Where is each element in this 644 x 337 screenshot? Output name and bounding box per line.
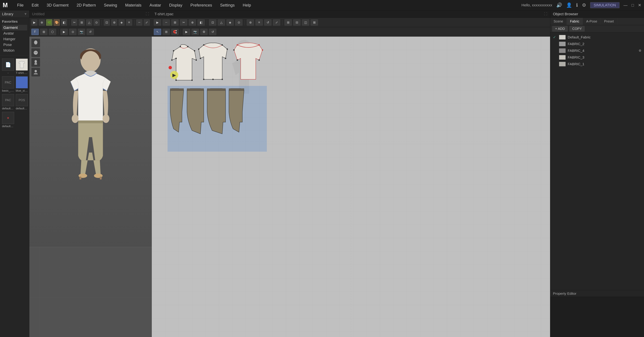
menu-display[interactable]: Display	[168, 2, 184, 8]
list-item[interactable]: 📄 -	[2, 58, 14, 75]
menu-sewing[interactable]: Sewing	[102, 2, 118, 8]
pt-btn-15[interactable]: ⊞	[284, 19, 292, 26]
menu-help[interactable]: Help	[241, 2, 252, 8]
pt-settings-btn[interactable]: ⚙	[200, 29, 208, 35]
window-close-icon[interactable]: ✕	[638, 3, 641, 8]
list-item[interactable]: PAC basic_...zpac	[2, 76, 14, 92]
tool-select[interactable]: ▶	[31, 19, 38, 26]
pt-btn-13[interactable]: ↺	[264, 19, 272, 26]
vp-icon-head[interactable]	[31, 38, 40, 47]
tool-btn-8[interactable]: △	[86, 19, 92, 26]
window-maximize-icon[interactable]: □	[632, 3, 634, 8]
tool-btn-5[interactable]: ◧	[61, 19, 67, 26]
library-dropdown-icon[interactable]: ▼	[24, 12, 27, 16]
tool-btn-6[interactable]: ✂	[71, 19, 77, 26]
list-item[interactable]: PAC default.pac	[2, 94, 14, 110]
settings-icon[interactable]: ⚙	[582, 2, 586, 8]
tool-record[interactable]: ⊙	[69, 29, 76, 35]
pattern-toolbar2: ↖ ⊞ 🧲 ▶ 📷 ⚙ ↺	[152, 27, 550, 36]
menu-edit[interactable]: Edit	[30, 2, 40, 8]
tool-btn-3[interactable]: 🌿	[46, 19, 52, 26]
pt-btn-9[interactable]: ◈	[226, 19, 234, 26]
window-minimize-icon[interactable]: —	[624, 3, 628, 8]
pt-play-btn[interactable]: ▶	[183, 29, 190, 35]
fabric-item-4[interactable]: ✓ FABRIC_4 ⚙	[550, 47, 644, 54]
fabric-item-1[interactable]: ✓ FABRIC_1	[550, 61, 644, 68]
sidebar-item-pose[interactable]: Pose	[2, 42, 27, 48]
tool-btn-14[interactable]: ↔	[136, 19, 142, 26]
info-icon[interactable]: ℹ	[576, 2, 578, 8]
pt-grid-btn[interactable]: ⊞	[162, 29, 170, 35]
pt-btn-16[interactable]: ⊟	[293, 19, 300, 26]
pattern-expand-icon[interactable]: ⛶	[544, 12, 548, 16]
list-item[interactable]: POS default.pos	[16, 94, 28, 110]
pt-btn-4[interactable]: ✂	[180, 19, 187, 26]
menu-file[interactable]: File	[16, 2, 25, 8]
list-item[interactable]: T-shirt.zpac	[16, 58, 28, 75]
add-fabric-button[interactable]: + ADD	[552, 26, 568, 32]
pt-btn-7[interactable]: ⊡	[209, 19, 216, 26]
tool-grid[interactable]: ⊞	[40, 29, 48, 35]
fabric-item-default[interactable]: ✓ Default_Fabric	[550, 34, 644, 40]
tool-front-view[interactable]: F	[31, 29, 39, 35]
list-item[interactable]: blue_silk.jpg	[16, 76, 28, 92]
menu-settings[interactable]: Settings	[219, 2, 236, 8]
menu-2d-pattern[interactable]: 2D Pattern	[75, 2, 97, 8]
ob-tab-fabric[interactable]: Fabric	[567, 18, 583, 25]
sidebar-item-hanger[interactable]: Hanger	[2, 36, 27, 42]
pt-btn-8[interactable]: △	[218, 19, 225, 26]
menu-avatar[interactable]: Avatar	[148, 2, 162, 8]
sidebar-item-motion[interactable]: Motion	[2, 48, 27, 53]
sidebar-item-avatar[interactable]: Avatar	[2, 30, 27, 36]
tool-btn-12[interactable]: ◈	[118, 19, 124, 26]
pt-btn-2[interactable]: ↔	[162, 19, 170, 26]
tool-wire[interactable]: ⬡	[49, 29, 56, 35]
tool-btn-4[interactable]: 🎨	[54, 19, 60, 26]
user-icon[interactable]: 👤	[566, 2, 572, 8]
tool-btn-9[interactable]: ⊙	[94, 19, 100, 26]
tool-btn-15[interactable]: ⤢	[144, 19, 150, 26]
ob-tab-scene[interactable]: Scene	[550, 18, 567, 25]
fabric-item-3[interactable]: ✓ FABRIC_3	[550, 54, 644, 61]
tool-camera[interactable]: 📷	[78, 29, 85, 35]
copy-fabric-button[interactable]: COPY	[569, 26, 585, 32]
pt-btn-6[interactable]: ◧	[198, 19, 205, 26]
tool-play[interactable]: ▶	[60, 29, 68, 35]
pattern-canvas[interactable]: ▶	[152, 36, 550, 337]
viewport-3d[interactable]	[29, 36, 152, 337]
pt-camera-btn[interactable]: 📷	[192, 29, 199, 35]
vp-icon-face[interactable]	[31, 48, 40, 57]
viewport-expand-icon[interactable]: ⛶	[146, 12, 149, 16]
vp-icon-body[interactable]	[31, 58, 40, 67]
tool-reset[interactable]: ↺	[86, 29, 94, 35]
sidebar-item-garment[interactable]: Garment	[2, 25, 27, 30]
pt-reset-btn[interactable]: ↺	[209, 29, 216, 35]
pt-btn-3[interactable]: ⊞	[171, 19, 178, 26]
fabric-settings-icon[interactable]: ⚙	[639, 49, 641, 52]
tool-btn-7[interactable]: ⊞	[79, 19, 85, 26]
tool-btn-2[interactable]: ⊕	[39, 19, 45, 26]
pt-btn-18[interactable]: ⊠	[310, 19, 318, 26]
volume-icon[interactable]: 🔊	[556, 2, 562, 8]
pt-btn-5[interactable]: ⊕	[189, 19, 196, 26]
tool-btn-11[interactable]: ⊛	[111, 19, 117, 26]
vp-icon-avatar2[interactable]	[31, 68, 40, 76]
pt-snap-btn[interactable]: 🧲	[171, 29, 178, 35]
menu-materials[interactable]: Materials	[124, 2, 143, 8]
list-item[interactable]: ★ default.zpac	[2, 112, 14, 128]
pt-btn-12[interactable]: ≡	[256, 19, 263, 26]
pt-btn-1[interactable]: ▶	[154, 19, 161, 26]
pt-btn-11[interactable]: ⊛	[247, 19, 254, 26]
tool-btn-13[interactable]: ≡	[126, 19, 132, 26]
ob-tab-apose[interactable]: A-Pose	[583, 18, 601, 25]
fabric-item-2[interactable]: ✓ FABRIC_2	[550, 40, 644, 47]
pt-btn-14[interactable]: ⤢	[273, 19, 280, 26]
simulation-button[interactable]: SIMULATION	[590, 2, 620, 8]
ob-tab-preset[interactable]: Preset	[601, 18, 617, 25]
pt-btn-17[interactable]: ◫	[302, 19, 309, 26]
menu-3d-garment[interactable]: 3D Garment	[45, 2, 70, 8]
menu-preferences[interactable]: Preferences	[189, 2, 213, 8]
pt-btn-10[interactable]: ⊙	[235, 19, 242, 26]
tool-btn-10[interactable]: ⊡	[104, 19, 110, 26]
pt-select-btn[interactable]: ↖	[154, 29, 161, 35]
